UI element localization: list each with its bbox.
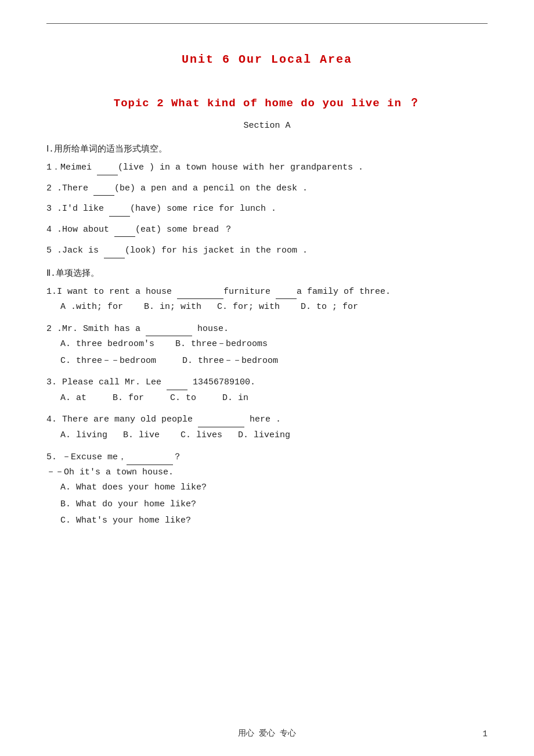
blank (114, 236, 135, 237)
topic-title: Topic 2 What kind of home do you live in… (46, 95, 488, 110)
section-label: Section A (46, 121, 488, 131)
mc-extra: －－Oh it's a town house. (46, 465, 488, 480)
list-item: 4. There are many old people here . A. l… (46, 412, 488, 444)
blank (97, 175, 118, 175)
section-ii-block: Ⅱ.单项选择。 1.I want to rent a house furnitu… (46, 268, 488, 530)
option: A. What does your home like? (60, 480, 488, 496)
list-item: 3 .I'd like (have) some rice for lunch . (46, 201, 488, 217)
list-item: 1.I want to rent a house furniture a fam… (46, 285, 488, 316)
list-item: 4 .How about (eat) some bread ？ (46, 222, 488, 237)
mc-options: A. What does your home like? B. What do … (60, 480, 488, 530)
option: B. What do your home like? (60, 496, 488, 513)
section-i-header: Ⅰ.用所给单词的适当形式填空。 (46, 143, 488, 154)
option: C. three－－bedroom D. three－－bedroom (60, 353, 488, 370)
section-i-block: Ⅰ.用所给单词的适当形式填空。 1．Meimei (live ) in a to… (46, 143, 488, 258)
option: C. What's your home like? (60, 513, 488, 530)
top-divider (46, 23, 488, 24)
mc-options: A. three bedroom's B. three－bedrooms C. … (60, 336, 488, 369)
mc-options: A. at B. for C. to D. in (60, 390, 488, 407)
list-item: 2 .There (be) a pen and a pencil on the … (46, 181, 488, 196)
mc-options: A .with; for B. in; with C. for; with D.… (60, 299, 488, 316)
list-item: 3. Please call Mr. Lee 13456789100. A. a… (46, 375, 488, 406)
section-ii-header: Ⅱ.单项选择。 (46, 268, 488, 279)
mc-options: A. living B. live C. lives D. liveing (60, 427, 488, 444)
list-item: 1．Meimei (live ) in a town house with he… (46, 160, 488, 175)
page: Unit 6 Our Local Area Topic 2 What kind … (0, 0, 534, 756)
blank (104, 243, 125, 258)
blank (109, 216, 130, 217)
unit-title: Unit 6 Our Local Area (46, 53, 488, 66)
blank (127, 449, 173, 465)
option: A. three bedroom's B. three－bedrooms (60, 336, 488, 353)
list-item: 5. －Excuse me， ？ －－Oh it's a town house.… (46, 449, 488, 530)
blank (93, 195, 114, 196)
list-item: 5 .Jack is (look) for his jacket in the … (46, 243, 488, 258)
list-item: 2 .Mr. Smith has a house. A. three bedro… (46, 322, 488, 370)
footer-page: 1 (483, 729, 488, 739)
footer-text: 用心 爱心 专心 (0, 728, 534, 739)
